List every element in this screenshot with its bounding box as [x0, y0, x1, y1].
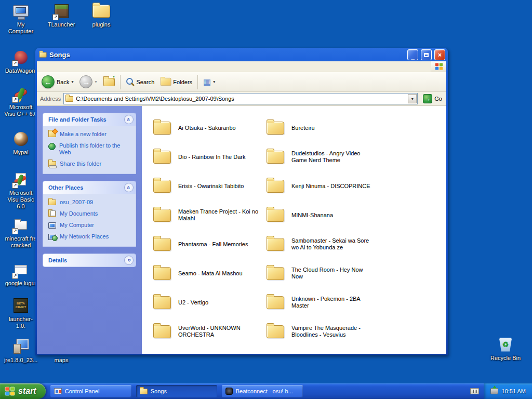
desktop-icon-label: Recycle Bin	[490, 355, 521, 362]
folder-item[interactable]: Unknown - Pokemon - 2BA Master	[267, 288, 380, 317]
address-input[interactable]: C:\Documents and Settings\VM2\Desktop\os…	[63, 93, 418, 104]
folder-item[interactable]: U2 - Vertigo	[153, 288, 267, 317]
place-link[interactable]: osu_2007-09	[48, 199, 131, 206]
folder-item-label: U2 - Vertigo	[178, 299, 208, 306]
taskbar-button[interactable]: Control Panel	[50, 385, 131, 397]
folder-item-label: Maeken Trance Project - Koi no Maiahi	[178, 208, 262, 222]
back-dropdown-chevron[interactable]	[71, 79, 73, 84]
views-button[interactable]	[201, 73, 218, 91]
desktop-icon[interactable]: Recycle Bin	[489, 336, 522, 362]
place-link[interactable]: My Network Places	[48, 233, 131, 240]
search-button[interactable]: Search	[123, 73, 157, 91]
collapse-chevron-icon[interactable]	[124, 183, 134, 192]
desktop-icon-label: My Computer	[4, 21, 37, 35]
place-link-icon	[48, 211, 56, 217]
task-link-icon	[48, 161, 56, 167]
folder-item[interactable]: Kenji Ninuma - DISCOPRINCE	[267, 171, 380, 201]
window-title: Songs	[49, 51, 405, 59]
folder-item[interactable]: UverWorld - UNKNOWN ORCHESTRA	[153, 317, 267, 346]
place-link[interactable]: My Computer	[48, 222, 131, 229]
start-button[interactable]: start	[0, 383, 46, 399]
desktop-icon[interactable]: launcher-1.0.	[4, 297, 37, 329]
collapse-chevron-icon[interactable]	[124, 115, 134, 124]
folder-item[interactable]: Sambomaster - Sekai wa Sore wo Ai to Yob…	[267, 230, 380, 259]
desktop-icon-glyph	[16, 173, 26, 185]
window-folder-icon	[39, 52, 46, 57]
desktop-icon-label: maps	[55, 357, 69, 364]
desktop-icon[interactable]: google lugur	[4, 261, 37, 287]
folder-icon	[153, 122, 171, 135]
desktop-icon[interactable]: My Computer	[4, 2, 37, 35]
folders-label: Folders	[173, 79, 192, 85]
close-button[interactable]: ×	[434, 49, 445, 60]
maximize-button[interactable]	[421, 49, 432, 60]
system-tray: 10:51 AM	[484, 383, 532, 399]
panel-header[interactable]: File and Folder Tasks	[43, 113, 136, 126]
desktop-icon[interactable]: jre1.8.0_23...	[4, 338, 37, 364]
folder-item[interactable]: Ai Otsuka - Sakuranbo	[153, 113, 267, 142]
menu-item[interactable]	[46, 65, 56, 68]
place-link[interactable]: My Documents	[48, 210, 131, 217]
minimize-button[interactable]: _	[407, 49, 418, 60]
folder-item-label: Kenji Ninuma - DISCOPRINCE	[291, 183, 370, 190]
desktop-icon[interactable]: TLauncher	[45, 2, 78, 28]
folder-item[interactable]: Maeken Trance Project - Koi no Maiahi	[153, 201, 267, 230]
folder-icon	[267, 122, 284, 135]
folders-button[interactable]: Folders	[158, 73, 195, 91]
menu-item[interactable]	[84, 65, 93, 68]
folder-item[interactable]: Erisis - Owarinaki Tabibito	[153, 171, 267, 201]
desktop-icon[interactable]: DataWagon.	[4, 48, 37, 74]
window-titlebar[interactable]: Songs _ ×	[35, 48, 448, 61]
up-button[interactable]	[101, 73, 117, 91]
menu-item[interactable]	[56, 65, 65, 68]
panel-title: Details	[48, 257, 67, 263]
views-dropdown-chevron[interactable]	[213, 79, 215, 84]
expand-chevron-icon[interactable]	[124, 256, 134, 265]
address-folder-icon	[65, 96, 73, 102]
safely-remove-hardware-icon[interactable]	[490, 388, 498, 394]
folder-item[interactable]: Phantasma - Fall Memories	[153, 230, 267, 259]
panel-header[interactable]: Other Places	[43, 181, 136, 194]
place-link-label: My Computer	[60, 222, 94, 229]
address-dropdown-button[interactable]	[408, 94, 417, 103]
address-bar: Address C:\Documents and Settings\VM2\De…	[37, 92, 446, 106]
go-button[interactable]: Go	[420, 94, 445, 103]
window-body: ← Back → Search Folders	[37, 61, 446, 354]
taskbar: start Control Panel Songs Beatconnect - …	[0, 383, 532, 399]
task-link[interactable]: Make a new folder	[48, 131, 131, 138]
folder-item[interactable]: Dudelstudios - Angry Video Game Nerd The…	[267, 142, 380, 171]
desktop-icon[interactable]: Mypal	[4, 130, 37, 156]
toolbar-separator	[120, 75, 121, 89]
folder-item[interactable]: MINMI-Shanana	[267, 201, 380, 230]
folder-item-label: Sambomaster - Sekai wa Sore wo Ai to Yob…	[291, 237, 376, 251]
desktop-icon-label: Microsoft Visu C++ 6.0	[4, 104, 37, 117]
explorer-window: Songs _ × ← Back →	[35, 48, 448, 355]
desktop-icon-glyph	[499, 338, 512, 352]
folder-item[interactable]: Bureteiru	[267, 113, 380, 142]
menu-item[interactable]	[74, 65, 84, 68]
desktop-icon[interactable]: Microsoft Visu Basic 6.0	[4, 170, 37, 210]
folder-item[interactable]: Dio - Rainbow In The Dark	[153, 142, 267, 171]
folder-icon	[267, 238, 284, 251]
desktop-icon[interactable]: plugins	[85, 2, 118, 28]
go-label: Go	[434, 96, 442, 102]
keyboard-language-icon[interactable]	[470, 388, 479, 394]
forward-button[interactable]: →	[77, 73, 99, 91]
forward-dropdown-chevron[interactable]	[95, 79, 97, 84]
panel-header[interactable]: Details	[43, 254, 136, 267]
folder-icon	[153, 325, 171, 338]
folder-item[interactable]: Vampire The Masquerade - Bloodlines - Ve…	[267, 317, 380, 346]
folder-item[interactable]: The Cloud Room - Hey Now Now	[267, 259, 380, 288]
folder-item[interactable]: Seamo - Mata Ai Mashou	[153, 259, 267, 288]
desktop-icon[interactable]: Microsoft Visu C++ 6.0	[4, 85, 37, 117]
taskbar-button[interactable]: Songs	[136, 385, 217, 397]
task-link[interactable]: Publish this folder to the Web	[48, 142, 131, 156]
menu-item[interactable]	[37, 65, 46, 68]
place-link-label: My Documents	[60, 210, 98, 217]
task-link[interactable]: Share this folder	[48, 161, 131, 167]
folder-item-label: MINMI-Shanana	[291, 212, 333, 219]
desktop-icon[interactable]: minecraft fre cracked	[4, 216, 37, 249]
taskbar-button[interactable]: Beatconnect - osu! b...	[222, 385, 303, 397]
menu-item[interactable]	[65, 65, 74, 68]
back-button[interactable]: ← Back	[39, 73, 76, 91]
